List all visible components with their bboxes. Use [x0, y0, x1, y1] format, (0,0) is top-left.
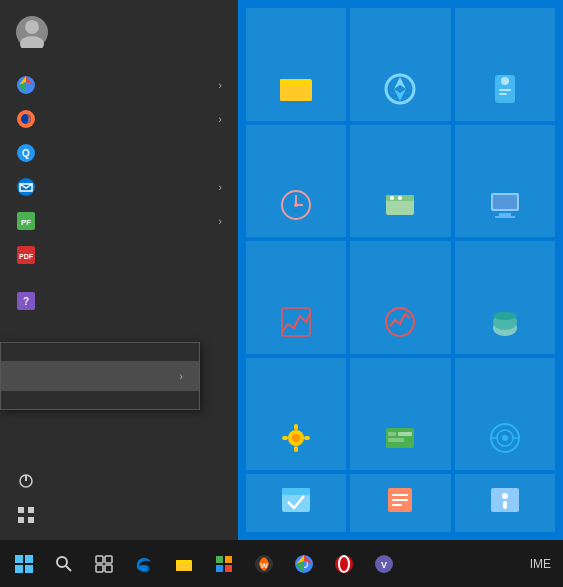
tile-config[interactable] [350, 474, 450, 532]
app-chrome[interactable]: › [0, 68, 238, 102]
tile-onekey[interactable] [350, 8, 450, 121]
svg-text:PDF: PDF [19, 253, 34, 260]
app-photofiltre[interactable]: PF › [0, 204, 238, 238]
defrag-tile-icon [380, 418, 420, 458]
svg-rect-24 [280, 85, 312, 101]
power-context-menu: › [0, 342, 200, 410]
services-tile-icon [276, 418, 316, 458]
tile-scheduler[interactable] [246, 125, 346, 238]
onekey-tile-icon [380, 69, 420, 109]
thunderbird-icon [16, 177, 36, 197]
app-thunderbird[interactable]: › [0, 170, 238, 204]
svg-rect-81 [105, 565, 112, 572]
user-area[interactable] [0, 8, 238, 56]
tile-computer[interactable] [455, 125, 555, 238]
check-tile-icon [276, 480, 316, 520]
svg-rect-30 [499, 93, 507, 95]
tile-explorer[interactable] [246, 8, 346, 121]
sysinfo-tile-icon [485, 480, 525, 520]
svg-line-77 [66, 566, 71, 571]
svg-rect-72 [15, 555, 23, 563]
left-panel: › › Q [0, 0, 238, 540]
config-tile-icon [380, 480, 420, 520]
svg-point-94 [335, 555, 353, 573]
frequent-section-header [0, 56, 238, 68]
restart-item[interactable] [1, 391, 199, 409]
svg-point-1 [20, 36, 44, 48]
opera-button[interactable] [324, 544, 364, 584]
tile-defrag[interactable] [350, 358, 450, 471]
firefox-arrow: › [218, 113, 222, 125]
svg-rect-57 [398, 432, 412, 436]
tile-cleanup[interactable] [455, 241, 555, 354]
resmon-tile-icon [276, 302, 316, 342]
apps-icon [16, 505, 36, 525]
tile-iscsi[interactable] [455, 358, 555, 471]
edge-button[interactable] [124, 544, 164, 584]
tile-intelligent[interactable] [455, 8, 555, 121]
explorer-tb-button[interactable] [164, 544, 204, 584]
foxit-icon: PDF [16, 245, 36, 265]
svg-rect-50 [294, 424, 298, 430]
tile-check[interactable] [246, 474, 346, 532]
svg-rect-20 [28, 507, 34, 513]
photofiltre-icon: PF [16, 211, 36, 231]
chrome-arrow: › [218, 79, 222, 91]
chrome-tb-button[interactable] [284, 544, 324, 584]
svg-point-0 [25, 20, 39, 34]
svg-rect-56 [388, 438, 404, 442]
tile-services[interactable] [246, 358, 346, 471]
svg-point-28 [501, 77, 509, 85]
avatar [16, 16, 48, 48]
svg-rect-84 [176, 560, 183, 564]
tile-resmon[interactable] [246, 241, 346, 354]
app-help[interactable]: ? [0, 284, 238, 318]
svg-rect-74 [15, 565, 23, 573]
tile-events[interactable] [350, 125, 450, 238]
firefox-icon [16, 109, 36, 129]
svg-rect-52 [282, 436, 288, 440]
app-firefox[interactable]: › [0, 102, 238, 136]
svg-point-37 [390, 196, 394, 200]
svg-text:Q: Q [22, 148, 30, 159]
svg-rect-73 [25, 555, 33, 563]
search-button[interactable] [44, 544, 84, 584]
recent-section-header [0, 272, 238, 284]
svg-point-34 [294, 203, 298, 207]
app-qq[interactable]: Q [0, 136, 238, 170]
shutdown-sub-arrow: › [179, 370, 183, 382]
tile-sysinfo[interactable] [455, 474, 555, 532]
svg-rect-25 [280, 79, 292, 85]
svg-rect-85 [216, 556, 223, 563]
tile-sysmon[interactable] [350, 241, 450, 354]
qq-icon: Q [16, 143, 36, 163]
svg-rect-22 [28, 517, 34, 523]
svg-rect-51 [294, 446, 298, 452]
svg-point-49 [292, 434, 300, 442]
svg-rect-40 [499, 213, 511, 216]
svg-rect-87 [216, 565, 223, 572]
photofiltre-arrow: › [218, 215, 222, 227]
svg-rect-68 [392, 504, 402, 506]
svg-point-76 [57, 557, 67, 567]
shutdown-sub-item[interactable]: › [1, 361, 199, 391]
start-button[interactable] [4, 544, 44, 584]
app-foxit[interactable]: PDF [0, 238, 238, 272]
svg-rect-42 [493, 195, 517, 209]
intelligent-tile-icon [485, 69, 525, 109]
svg-text:PF: PF [21, 218, 31, 227]
svg-rect-75 [25, 565, 33, 573]
viber-button[interactable]: V [364, 544, 404, 584]
svg-rect-19 [18, 507, 24, 513]
task-view-button[interactable] [84, 544, 124, 584]
shutdown-button[interactable] [0, 464, 238, 498]
svg-rect-80 [96, 565, 103, 572]
winamp-button[interactable]: W [244, 544, 284, 584]
svg-rect-86 [225, 556, 232, 563]
svg-rect-29 [499, 89, 511, 91]
sleep-item[interactable] [1, 343, 199, 361]
svg-point-70 [502, 493, 508, 499]
events-tile-icon [380, 185, 420, 225]
svg-rect-64 [282, 488, 310, 495]
store-button[interactable] [204, 544, 244, 584]
